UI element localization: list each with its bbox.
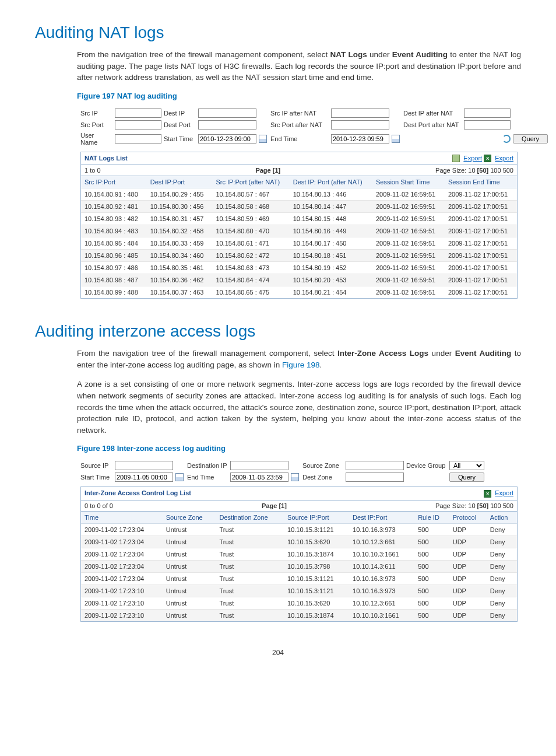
input-destination-ip[interactable]: [230, 461, 288, 470]
calendar-icon[interactable]: [175, 473, 184, 481]
cell: 2009-11-02 17:00:51: [445, 286, 517, 299]
iz-col-header[interactable]: Time: [81, 512, 163, 524]
nat-panel-title: NAT Logs List: [85, 155, 128, 163]
cell: 10.154.80.62 : 472: [212, 250, 289, 262]
iz-col-header[interactable]: Source Zone: [163, 512, 216, 524]
nat-col-header[interactable]: Session End Time: [445, 176, 517, 188]
input-dest-ip-after[interactable]: [464, 108, 511, 118]
iz-col-header[interactable]: Rule ID: [414, 512, 449, 524]
label-end-time: End Time: [270, 135, 329, 142]
input-dest-ip[interactable]: [198, 108, 256, 118]
cell: Deny: [487, 560, 517, 572]
input-dest-port-after[interactable]: [464, 120, 511, 130]
calendar-icon[interactable]: [291, 473, 299, 481]
cell: 10.154.80.61 : 471: [212, 237, 289, 250]
iz-col-header[interactable]: Destination Zone: [216, 512, 284, 524]
section-heading-interzone: Auditing interzone access logs: [35, 322, 521, 341]
input-dest-zone[interactable]: [346, 473, 404, 482]
input-start-time[interactable]: [198, 134, 256, 144]
cell: Untrust: [163, 584, 216, 597]
cell: 10.10.16.3:973: [349, 572, 414, 584]
export-xls-icon[interactable]: X: [484, 155, 491, 162]
cell: 10.10.12.3:661: [349, 597, 414, 609]
cell: 10.154.80.31 : 457: [147, 213, 213, 225]
iz-export-link[interactable]: Export: [495, 489, 513, 496]
input-end-time[interactable]: [331, 134, 389, 144]
nat-col-header[interactable]: Dest IP:Port: [147, 176, 213, 188]
export-csv-icon[interactable]: [452, 155, 460, 162]
cell: 500: [414, 536, 449, 548]
page-number: 204: [35, 649, 521, 657]
cell: 2009-11-02 16:59:51: [372, 213, 445, 225]
cell: 500: [414, 560, 449, 572]
table-row: 2009-11-02 17:23:10UntrustTrust10.10.15.…: [81, 597, 517, 609]
input-src-port-after[interactable]: [331, 120, 389, 130]
table-row: 2009-11-02 17:23:04UntrustTrust10.10.15.…: [81, 560, 517, 572]
cell: Untrust: [163, 523, 216, 536]
cell: Trust: [216, 548, 284, 560]
cell: Trust: [216, 523, 284, 536]
iz-col-header[interactable]: Action: [487, 512, 517, 524]
cell: 2009-11-02 16:59:51: [372, 225, 445, 237]
input-iz-end-time[interactable]: [230, 473, 288, 482]
cell: Untrust: [163, 548, 216, 560]
table-row: 10.154.80.96 : 48510.154.80.34 : 46010.1…: [81, 250, 517, 262]
input-iz-start-time[interactable]: [115, 473, 173, 482]
label-dest-port-after: Dest Port after NAT: [403, 121, 462, 128]
query-button[interactable]: Query: [513, 134, 548, 144]
nat-page-size[interactable]: Page Size: 10 [50] 100 500: [435, 167, 513, 174]
cell: 10.154.80.32 : 458: [147, 225, 213, 237]
cell: Deny: [487, 523, 517, 536]
nat-col-header[interactable]: Dest IP: Port (after NAT): [290, 176, 372, 188]
input-src-ip[interactable]: [115, 108, 161, 118]
table-row: 2009-11-02 17:23:04UntrustTrust10.10.15.…: [81, 572, 517, 584]
cell: 10.154.80.15 : 448: [290, 213, 372, 225]
iz-col-header[interactable]: Protocol: [449, 512, 487, 524]
input-src-ip-after[interactable]: [331, 108, 389, 118]
cell: 10.154.80.33 : 459: [147, 237, 213, 250]
cell: Deny: [487, 572, 517, 584]
input-source-zone[interactable]: [346, 461, 404, 470]
iz-col-header[interactable]: Dest IP:Port: [349, 512, 414, 524]
export-csv-link[interactable]: Export: [463, 155, 482, 162]
table-row: 10.154.80.97 : 48610.154.80.35 : 46110.1…: [81, 262, 517, 274]
calendar-icon[interactable]: [392, 135, 400, 143]
cell: 500: [414, 584, 449, 597]
nat-col-header[interactable]: Session Start Time: [372, 176, 445, 188]
cell: 500: [414, 523, 449, 536]
cell: 10.10.12.3:661: [349, 536, 414, 548]
cell: UDP: [449, 548, 487, 560]
cell: UDP: [449, 560, 487, 572]
calendar-icon[interactable]: [259, 135, 267, 143]
cell: 2009-11-02 16:59:51: [372, 237, 445, 250]
cell: 10.154.80.14 : 447: [290, 201, 372, 213]
cell: 10.154.80.35 : 461: [147, 262, 213, 274]
cell: Deny: [487, 597, 517, 609]
nat-col-header[interactable]: Src IP:Port: [81, 176, 147, 188]
cell: 500: [414, 548, 449, 560]
cell: 2009-11-02 17:23:10: [81, 584, 163, 597]
input-source-ip[interactable]: [115, 461, 173, 470]
iz-query-button[interactable]: Query: [449, 473, 484, 482]
cell: Deny: [487, 536, 517, 548]
figure-198-link[interactable]: Figure 198: [282, 360, 320, 369]
iz-col-header[interactable]: Source IP:Port: [284, 512, 349, 524]
cell: 2009-11-02 16:59:51: [372, 201, 445, 213]
nat-col-header[interactable]: Src IP:Port (after NAT): [212, 176, 289, 188]
label-user-name: User Name: [80, 132, 112, 146]
input-dest-port[interactable]: [198, 120, 256, 130]
iz-page-size[interactable]: Page Size: 10 [50] 100 500: [435, 502, 513, 509]
input-user-name[interactable]: [115, 134, 161, 144]
cell: 10.154.80.21 : 454: [290, 286, 372, 299]
label-device-group: Device Group: [406, 462, 447, 469]
cell: 10.154.80.16 : 449: [290, 225, 372, 237]
select-device-group[interactable]: All: [449, 461, 484, 470]
export-xls-link[interactable]: Export: [495, 155, 513, 162]
input-src-port[interactable]: [115, 120, 161, 130]
refresh-icon[interactable]: [502, 135, 511, 143]
label-dest-ip: Dest IP: [164, 110, 196, 117]
iz-range: 0 to 0 of 0: [85, 502, 113, 509]
cell: 2009-11-02 16:59:51: [372, 274, 445, 286]
export-xls-icon[interactable]: X: [484, 490, 491, 498]
label-source-ip: Source IP: [80, 462, 112, 469]
